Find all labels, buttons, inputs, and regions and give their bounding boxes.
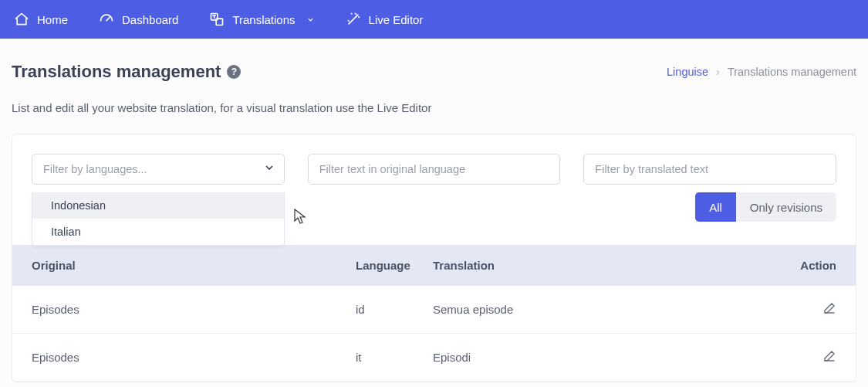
breadcrumb: Linguise › Translations management — [667, 66, 856, 78]
language-option-italian[interactable]: Italian — [32, 219, 284, 245]
toggle-all[interactable]: All — [695, 192, 736, 222]
page-subtitle: List and edit all your website translati… — [0, 82, 868, 114]
cell-original: Episodes — [32, 303, 356, 316]
page-title: Translations management — [12, 62, 221, 82]
cell-translation: Episodi — [433, 351, 790, 364]
nav-translations[interactable]: Translations — [209, 12, 314, 27]
nav-live-editor-label: Live Editor — [369, 13, 424, 26]
gauge-icon — [99, 12, 114, 27]
page-title-wrap: Translations management ? — [12, 62, 241, 82]
top-navbar: Home Dashboard Translations Live Editor — [0, 0, 868, 39]
translations-table: Original Language Translation Action Epi… — [12, 245, 856, 382]
cell-language: id — [356, 303, 433, 316]
chevron-right-icon: › — [716, 66, 720, 78]
filter-row: Indonesian Italian — [12, 134, 856, 185]
nav-live-editor[interactable]: Live Editor — [346, 12, 424, 27]
table-row: Episodes id Semua episode — [12, 286, 856, 334]
table-row: Episodes it Episodi — [12, 334, 856, 382]
translations-card: Indonesian Italian All Only revisions Or… — [12, 134, 856, 382]
cell-original: Episodes — [32, 351, 356, 364]
translate-icon — [209, 12, 225, 27]
cell-language: it — [356, 351, 433, 364]
breadcrumb-current: Translations management — [728, 66, 856, 78]
edit-icon[interactable] — [822, 301, 836, 315]
table-header: Original Language Translation Action — [12, 245, 856, 286]
language-option-indonesian[interactable]: Indonesian — [32, 192, 284, 219]
th-translation: Translation — [433, 259, 790, 272]
nav-home-label: Home — [37, 13, 68, 26]
original-text-filter[interactable] — [308, 154, 561, 185]
toggle-only-revisions[interactable]: Only revisions — [736, 192, 836, 222]
language-filter[interactable]: Indonesian Italian — [32, 154, 285, 185]
cell-action — [790, 349, 836, 365]
cell-translation: Semua episode — [433, 303, 790, 316]
language-filter-input[interactable] — [32, 154, 285, 185]
translated-text-filter[interactable] — [583, 154, 836, 185]
home-icon — [14, 12, 29, 27]
th-original: Original — [32, 259, 356, 272]
help-icon[interactable]: ? — [227, 65, 241, 79]
th-language: Language — [356, 259, 433, 272]
chevron-down-icon — [306, 13, 315, 26]
nav-dashboard-label: Dashboard — [122, 13, 178, 26]
nav-dashboard[interactable]: Dashboard — [99, 12, 178, 27]
wand-icon — [346, 12, 361, 27]
nav-translations-label: Translations — [232, 13, 295, 26]
th-action: Action — [790, 259, 836, 272]
breadcrumb-root-link[interactable]: Linguise — [667, 66, 708, 78]
page-header: Translations management ? Linguise › Tra… — [0, 39, 868, 82]
cell-action — [790, 301, 836, 317]
language-dropdown: Indonesian Italian — [32, 192, 285, 246]
nav-home[interactable]: Home — [14, 12, 68, 27]
edit-icon[interactable] — [822, 349, 836, 363]
